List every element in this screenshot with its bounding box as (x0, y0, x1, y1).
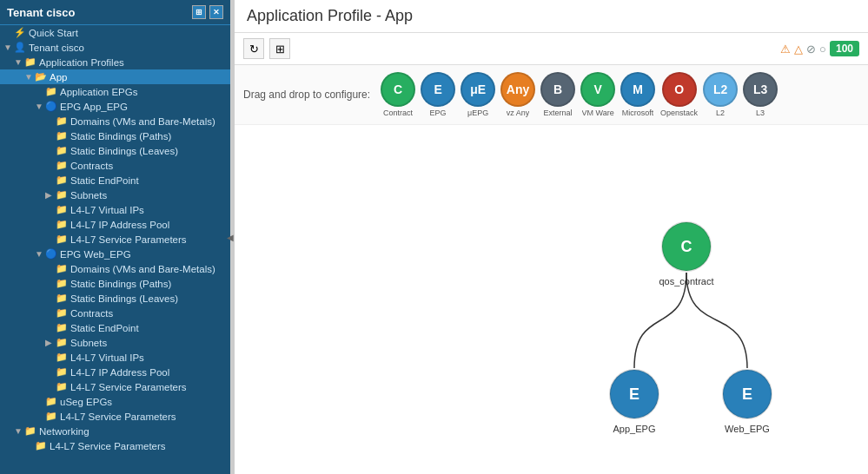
warning-icon: ⚠ (780, 43, 791, 56)
folder-icon: 📁 (56, 366, 68, 378)
sidebar-item-tenant-cisco[interactable]: ▼ 👤 Tenant cisco (0, 40, 230, 55)
dnd-node-uepg[interactable]: μE μEPG (461, 72, 495, 117)
tree-arrow: ▶ (45, 338, 56, 347)
sidebar-item-l4l7-ip-web[interactable]: 📁 L4-L7 IP Address Pool (0, 365, 230, 379)
sidebar-item-label: Contracts (70, 161, 113, 171)
dnd-label-microsoft: Microsoft (622, 109, 654, 117)
sidebar-item-static-bindings-leaves-app[interactable]: 📁 Static Bindings (Leaves) (0, 143, 230, 158)
sidebar-item-subnets-web[interactable]: ▶ 📁 Subnets (0, 335, 230, 350)
sidebar-item-l4l7-svc-net[interactable]: 📁 L4-L7 Service Parameters (0, 438, 230, 453)
sidebar-item-static-endpoint-web[interactable]: 📁 Static EndPoint (0, 320, 230, 335)
sidebar-item-label: Static Bindings (Paths) (70, 279, 171, 289)
sidebar-item-label: Static EndPoint (70, 175, 139, 186)
sidebar-item-label: Subnets (70, 190, 107, 201)
sidebar-item-label: L4-L7 IP Address Pool (70, 220, 169, 230)
dnd-circle-l2: L2 (703, 72, 738, 107)
folder-icon: 📁 (56, 145, 68, 156)
dnd-node-vmware[interactable]: V VM Ware (580, 72, 615, 117)
refresh-button[interactable]: ↻ (243, 38, 264, 59)
sidebar-item-domains-web[interactable]: 📁 Domains (VMs and Bare-Metals) (0, 261, 230, 276)
folder-icon: 📁 (56, 160, 68, 171)
folder-icon: 🔵 (45, 101, 57, 112)
sidebar-item-static-bindings-paths-web[interactable]: 📁 Static Bindings (Paths) (0, 276, 230, 291)
status-icons: ⚠ △ ⊘ ○ 100 (780, 41, 859, 56)
folder-icon: 📁 (56, 189, 68, 201)
sidebar-header-icons: ⊞ ✕ (192, 5, 223, 19)
folder-icon: 📁 (56, 352, 68, 363)
sidebar-item-label: Static Bindings (Leaves) (70, 146, 178, 156)
check-icon: ○ (819, 43, 826, 56)
sidebar-item-contracts-web[interactable]: 📁 Contracts (0, 306, 230, 320)
folder-icon: 📁 (56, 381, 68, 392)
folder-icon: 📁 (56, 278, 68, 289)
folder-icon: ⚡ (14, 27, 26, 38)
sidebar-icon-close[interactable]: ✕ (209, 5, 223, 19)
sidebar-icon-grid[interactable]: ⊞ (192, 5, 206, 19)
canvas-svg: Cqos_contractEApp_EPGEWeb_EPG (235, 125, 868, 474)
folder-icon: 📁 (24, 425, 36, 437)
sidebar-item-subnets-app[interactable]: ▶ 📁 Subnets (0, 188, 230, 202)
dnd-label-l2: L2 (716, 109, 725, 117)
dnd-label-vmware: VM Ware (582, 109, 614, 117)
dnd-circle-microsoft: M (620, 72, 655, 107)
canvas-letter-app-epg: E (629, 385, 639, 403)
dnd-circle-l3: L3 (743, 72, 778, 107)
sidebar-item-epg-web[interactable]: ▼ 🔵 EPG Web_EPG (0, 247, 230, 261)
folder-icon: 📁 (56, 322, 68, 333)
dnd-node-l3[interactable]: L3 L3 (743, 72, 778, 117)
nodes-group: Cqos_contractEApp_EPGEWeb_EPG (610, 222, 772, 434)
dnd-circle-uepg: μE (461, 72, 495, 107)
sidebar-item-l4l7-ip-app[interactable]: 📁 L4-L7 IP Address Pool (0, 217, 230, 232)
sidebar-item-l4l7-vip-app[interactable]: 📁 L4-L7 Virtual IPs (0, 202, 230, 217)
canvas-node-contract[interactable]: Cqos_contract (659, 222, 714, 286)
folder-icon: 📁 (56, 219, 68, 230)
sidebar-item-quick-start[interactable]: ⚡ Quick Start (0, 25, 230, 40)
dnd-node-any[interactable]: Any vz Any (500, 72, 535, 117)
sidebar-item-label: Domains (VMs and Bare-Metals) (70, 264, 215, 274)
sidebar-item-app-epgs[interactable]: 📁 Application EPGs (0, 84, 230, 99)
sidebar-item-label: EPG Web_EPG (60, 249, 131, 260)
sidebar-item-l4l7-vip-web[interactable]: 📁 L4-L7 Virtual IPs (0, 350, 230, 365)
dnd-node-epg[interactable]: E EPG (421, 72, 455, 117)
layout-button[interactable]: ⊞ (269, 38, 290, 59)
tree-arrow: ▼ (35, 249, 45, 259)
dnd-node-external[interactable]: B External (540, 72, 575, 117)
dnd-label-any: vz Any (507, 109, 530, 117)
sidebar-item-label: Quick Start (29, 28, 78, 38)
sidebar-item-label: Domains (VMs and Bare-Metals) (70, 116, 215, 127)
sidebar-item-l4l7-svc-web[interactable]: 📁 L4-L7 Service Parameters (0, 379, 230, 394)
sidebar-item-label: Static Bindings (Paths) (70, 131, 171, 142)
sidebar-item-l4l7-svc-app[interactable]: 📁 L4-L7 Service Parameters (0, 232, 230, 247)
sidebar-item-static-bindings-paths-app[interactable]: 📁 Static Bindings (Paths) (0, 128, 230, 143)
sidebar-item-label: L4-L7 Service Parameters (60, 411, 176, 422)
dnd-node-openstack[interactable]: O Openstack (660, 72, 698, 117)
sidebar-item-l4l7-svc-app2[interactable]: 📁 L4-L7 Service Parameters (0, 409, 230, 424)
tree-arrow: ▼ (35, 102, 45, 111)
dnd-node-microsoft[interactable]: M Microsoft (620, 72, 655, 117)
sidebar-item-app-profiles[interactable]: ▼ 📁 Application Profiles (0, 55, 230, 69)
canvas-node-web-epg[interactable]: EWeb_EPG (723, 370, 772, 434)
sidebar-item-label: L4-L7 Virtual IPs (70, 352, 144, 363)
dnd-node-l2[interactable]: L2 L2 (703, 72, 738, 117)
folder-icon: 📁 (24, 56, 36, 68)
dnd-circle-openstack: O (662, 72, 697, 107)
sidebar-item-networking[interactable]: ▼ 📁 Networking (0, 424, 230, 438)
sidebar-item-domains-app[interactable]: 📁 Domains (VMs and Bare-Metals) (0, 114, 230, 128)
folder-icon: 📁 (56, 174, 68, 186)
sidebar-header: Tenant cisco ⊞ ✕ (0, 0, 230, 25)
sidebar-item-static-endpoint-app[interactable]: 📁 Static EndPoint (0, 173, 230, 188)
sidebar-item-label: Subnets (70, 338, 107, 348)
sidebar-item-epg-app[interactable]: ▼ 🔵 EPG App_EPG (0, 99, 230, 114)
sidebar-item-app[interactable]: ▼ 📂 App (0, 69, 230, 84)
dnd-node-contract[interactable]: C Contract (381, 72, 415, 117)
canvas-node-app-epg[interactable]: EApp_EPG (610, 370, 659, 434)
dnd-bar: Drag and drop to configure: C Contract E… (235, 65, 868, 125)
folder-icon: 📁 (45, 86, 57, 97)
tree-arrow: ▼ (14, 57, 24, 67)
sidebar: Tenant cisco ⊞ ✕ ⚡ Quick Start ▼ 👤 Tenan… (0, 0, 230, 474)
sidebar-item-useg-epgs[interactable]: 📁 uSeg EPGs (0, 394, 230, 409)
canvas-line-contract-to-web-epg (686, 273, 747, 368)
tree-arrow: ▶ (45, 190, 56, 200)
sidebar-item-contracts-app[interactable]: 📁 Contracts (0, 158, 230, 173)
sidebar-item-static-bindings-leaves-web[interactable]: 📁 Static Bindings (Leaves) (0, 291, 230, 306)
